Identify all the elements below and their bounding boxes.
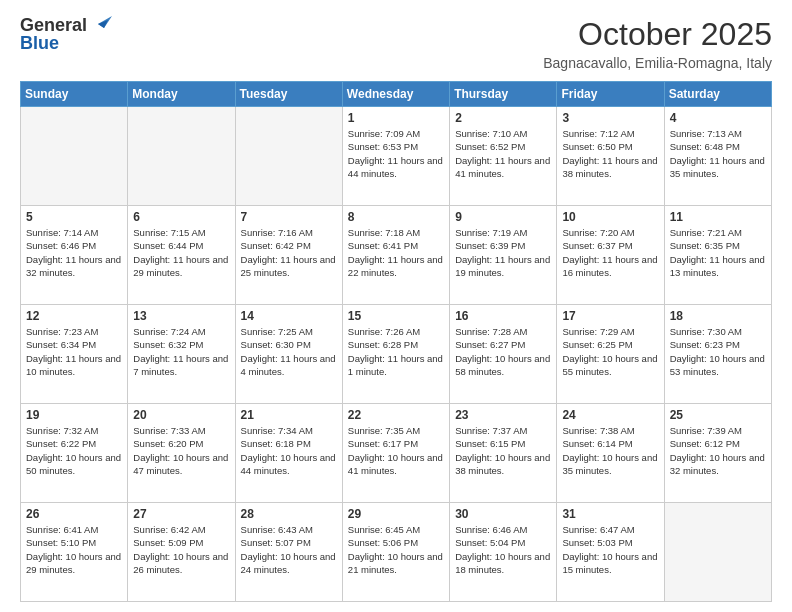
day-info: Sunrise: 7:18 AM Sunset: 6:41 PM Dayligh… (348, 226, 444, 279)
calendar-cell: 4Sunrise: 7:13 AM Sunset: 6:48 PM Daylig… (664, 107, 771, 206)
day-info: Sunrise: 7:19 AM Sunset: 6:39 PM Dayligh… (455, 226, 551, 279)
calendar-cell: 17Sunrise: 7:29 AM Sunset: 6:25 PM Dayli… (557, 305, 664, 404)
header: General Blue October 2025 Bagnacavallo, … (20, 16, 772, 71)
calendar-cell: 16Sunrise: 7:28 AM Sunset: 6:27 PM Dayli… (450, 305, 557, 404)
calendar-week-row: 5Sunrise: 7:14 AM Sunset: 6:46 PM Daylig… (21, 206, 772, 305)
day-info: Sunrise: 7:26 AM Sunset: 6:28 PM Dayligh… (348, 325, 444, 378)
calendar-cell: 14Sunrise: 7:25 AM Sunset: 6:30 PM Dayli… (235, 305, 342, 404)
day-info: Sunrise: 7:33 AM Sunset: 6:20 PM Dayligh… (133, 424, 229, 477)
day-info: Sunrise: 7:14 AM Sunset: 6:46 PM Dayligh… (26, 226, 122, 279)
calendar-cell: 18Sunrise: 7:30 AM Sunset: 6:23 PM Dayli… (664, 305, 771, 404)
calendar-header-monday: Monday (128, 82, 235, 107)
calendar-cell: 3Sunrise: 7:12 AM Sunset: 6:50 PM Daylig… (557, 107, 664, 206)
day-info: Sunrise: 7:23 AM Sunset: 6:34 PM Dayligh… (26, 325, 122, 378)
day-number: 7 (241, 210, 337, 224)
calendar-week-row: 19Sunrise: 7:32 AM Sunset: 6:22 PM Dayli… (21, 404, 772, 503)
day-info: Sunrise: 7:37 AM Sunset: 6:15 PM Dayligh… (455, 424, 551, 477)
day-info: Sunrise: 7:13 AM Sunset: 6:48 PM Dayligh… (670, 127, 766, 180)
day-number: 21 (241, 408, 337, 422)
day-number: 9 (455, 210, 551, 224)
day-number: 3 (562, 111, 658, 125)
day-info: Sunrise: 7:32 AM Sunset: 6:22 PM Dayligh… (26, 424, 122, 477)
calendar-cell (664, 503, 771, 602)
day-number: 13 (133, 309, 229, 323)
day-number: 6 (133, 210, 229, 224)
day-number: 5 (26, 210, 122, 224)
calendar-header-sunday: Sunday (21, 82, 128, 107)
day-info: Sunrise: 6:42 AM Sunset: 5:09 PM Dayligh… (133, 523, 229, 576)
calendar-header-friday: Friday (557, 82, 664, 107)
day-number: 15 (348, 309, 444, 323)
logo-blue-text: Blue (20, 34, 112, 52)
calendar-cell: 31Sunrise: 6:47 AM Sunset: 5:03 PM Dayli… (557, 503, 664, 602)
calendar-cell: 5Sunrise: 7:14 AM Sunset: 6:46 PM Daylig… (21, 206, 128, 305)
location-text: Bagnacavallo, Emilia-Romagna, Italy (543, 55, 772, 71)
day-number: 16 (455, 309, 551, 323)
day-number: 27 (133, 507, 229, 521)
day-number: 28 (241, 507, 337, 521)
calendar-cell: 1Sunrise: 7:09 AM Sunset: 6:53 PM Daylig… (342, 107, 449, 206)
day-number: 17 (562, 309, 658, 323)
day-info: Sunrise: 7:38 AM Sunset: 6:14 PM Dayligh… (562, 424, 658, 477)
logo-bird-icon (90, 14, 112, 34)
day-info: Sunrise: 7:20 AM Sunset: 6:37 PM Dayligh… (562, 226, 658, 279)
month-title: October 2025 (543, 16, 772, 53)
calendar-week-row: 1Sunrise: 7:09 AM Sunset: 6:53 PM Daylig… (21, 107, 772, 206)
day-info: Sunrise: 6:43 AM Sunset: 5:07 PM Dayligh… (241, 523, 337, 576)
calendar-cell: 6Sunrise: 7:15 AM Sunset: 6:44 PM Daylig… (128, 206, 235, 305)
day-info: Sunrise: 7:16 AM Sunset: 6:42 PM Dayligh… (241, 226, 337, 279)
day-number: 1 (348, 111, 444, 125)
day-number: 12 (26, 309, 122, 323)
day-info: Sunrise: 7:28 AM Sunset: 6:27 PM Dayligh… (455, 325, 551, 378)
day-info: Sunrise: 7:34 AM Sunset: 6:18 PM Dayligh… (241, 424, 337, 477)
day-info: Sunrise: 7:10 AM Sunset: 6:52 PM Dayligh… (455, 127, 551, 180)
calendar-header-wednesday: Wednesday (342, 82, 449, 107)
calendar-cell: 24Sunrise: 7:38 AM Sunset: 6:14 PM Dayli… (557, 404, 664, 503)
day-info: Sunrise: 7:30 AM Sunset: 6:23 PM Dayligh… (670, 325, 766, 378)
day-number: 20 (133, 408, 229, 422)
calendar-cell: 8Sunrise: 7:18 AM Sunset: 6:41 PM Daylig… (342, 206, 449, 305)
day-info: Sunrise: 7:09 AM Sunset: 6:53 PM Dayligh… (348, 127, 444, 180)
calendar-header-row: SundayMondayTuesdayWednesdayThursdayFrid… (21, 82, 772, 107)
logo-general-text: General (20, 16, 87, 34)
calendar-cell: 26Sunrise: 6:41 AM Sunset: 5:10 PM Dayli… (21, 503, 128, 602)
day-number: 2 (455, 111, 551, 125)
day-info: Sunrise: 6:46 AM Sunset: 5:04 PM Dayligh… (455, 523, 551, 576)
day-number: 29 (348, 507, 444, 521)
day-info: Sunrise: 7:29 AM Sunset: 6:25 PM Dayligh… (562, 325, 658, 378)
calendar-cell: 23Sunrise: 7:37 AM Sunset: 6:15 PM Dayli… (450, 404, 557, 503)
calendar-cell: 9Sunrise: 7:19 AM Sunset: 6:39 PM Daylig… (450, 206, 557, 305)
day-number: 22 (348, 408, 444, 422)
logo: General Blue (20, 16, 112, 52)
calendar-cell: 29Sunrise: 6:45 AM Sunset: 5:06 PM Dayli… (342, 503, 449, 602)
calendar-cell: 28Sunrise: 6:43 AM Sunset: 5:07 PM Dayli… (235, 503, 342, 602)
page: General Blue October 2025 Bagnacavallo, … (0, 0, 792, 612)
day-number: 26 (26, 507, 122, 521)
calendar-cell: 15Sunrise: 7:26 AM Sunset: 6:28 PM Dayli… (342, 305, 449, 404)
calendar-cell: 11Sunrise: 7:21 AM Sunset: 6:35 PM Dayli… (664, 206, 771, 305)
calendar-cell: 30Sunrise: 6:46 AM Sunset: 5:04 PM Dayli… (450, 503, 557, 602)
calendar-header-thursday: Thursday (450, 82, 557, 107)
day-number: 18 (670, 309, 766, 323)
calendar-cell: 7Sunrise: 7:16 AM Sunset: 6:42 PM Daylig… (235, 206, 342, 305)
calendar-week-row: 12Sunrise: 7:23 AM Sunset: 6:34 PM Dayli… (21, 305, 772, 404)
day-info: Sunrise: 7:39 AM Sunset: 6:12 PM Dayligh… (670, 424, 766, 477)
calendar-week-row: 26Sunrise: 6:41 AM Sunset: 5:10 PM Dayli… (21, 503, 772, 602)
day-number: 14 (241, 309, 337, 323)
day-number: 8 (348, 210, 444, 224)
day-number: 31 (562, 507, 658, 521)
day-number: 25 (670, 408, 766, 422)
day-number: 19 (26, 408, 122, 422)
calendar-cell (128, 107, 235, 206)
calendar-cell: 12Sunrise: 7:23 AM Sunset: 6:34 PM Dayli… (21, 305, 128, 404)
calendar-header-saturday: Saturday (664, 82, 771, 107)
calendar-cell: 25Sunrise: 7:39 AM Sunset: 6:12 PM Dayli… (664, 404, 771, 503)
day-info: Sunrise: 6:41 AM Sunset: 5:10 PM Dayligh… (26, 523, 122, 576)
day-info: Sunrise: 7:21 AM Sunset: 6:35 PM Dayligh… (670, 226, 766, 279)
day-number: 4 (670, 111, 766, 125)
calendar-cell: 27Sunrise: 6:42 AM Sunset: 5:09 PM Dayli… (128, 503, 235, 602)
day-number: 10 (562, 210, 658, 224)
day-info: Sunrise: 6:45 AM Sunset: 5:06 PM Dayligh… (348, 523, 444, 576)
day-number: 23 (455, 408, 551, 422)
day-info: Sunrise: 7:15 AM Sunset: 6:44 PM Dayligh… (133, 226, 229, 279)
